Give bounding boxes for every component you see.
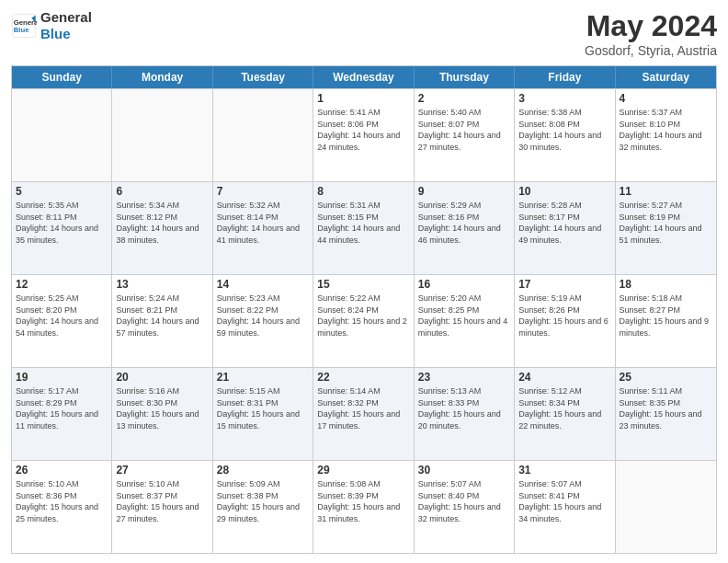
- calendar-cell: 14Sunrise: 5:23 AMSunset: 8:22 PMDayligh…: [213, 275, 313, 367]
- day-info: Sunrise: 5:27 AMSunset: 8:19 PMDaylight:…: [620, 200, 712, 246]
- calendar-cell: 16Sunrise: 5:20 AMSunset: 8:25 PMDayligh…: [415, 275, 515, 367]
- day-number: 6: [116, 185, 208, 198]
- calendar-cell: [12, 89, 112, 181]
- calendar-cell: 15Sunrise: 5:22 AMSunset: 8:24 PMDayligh…: [313, 275, 414, 367]
- calendar-cell: 27Sunrise: 5:10 AMSunset: 8:37 PMDayligh…: [112, 461, 212, 553]
- calendar-cell: 17Sunrise: 5:19 AMSunset: 8:26 PMDayligh…: [515, 275, 615, 367]
- logo-icon: General Blue: [11, 13, 37, 39]
- day-number: 2: [418, 92, 510, 105]
- day-info: Sunrise: 5:12 AMSunset: 8:34 PMDaylight:…: [518, 385, 610, 431]
- title-area: May 2024 Gosdorf, Styria, Austria: [585, 9, 717, 58]
- day-number: 15: [317, 278, 409, 291]
- calendar-cell: 5Sunrise: 5:35 AMSunset: 8:11 PMDaylight…: [12, 182, 112, 274]
- day-info: Sunrise: 5:40 AMSunset: 8:07 PMDaylight:…: [418, 107, 510, 153]
- calendar-row: 1Sunrise: 5:41 AMSunset: 8:06 PMDaylight…: [12, 88, 716, 181]
- calendar-cell: 9Sunrise: 5:29 AMSunset: 8:16 PMDaylight…: [415, 182, 515, 274]
- calendar-cell: 13Sunrise: 5:24 AMSunset: 8:21 PMDayligh…: [112, 275, 212, 367]
- day-info: Sunrise: 5:10 AMSunset: 8:37 PMDaylight:…: [116, 478, 208, 524]
- day-info: Sunrise: 5:14 AMSunset: 8:32 PMDaylight:…: [317, 385, 409, 431]
- day-number: 20: [116, 371, 208, 384]
- day-info: Sunrise: 5:31 AMSunset: 8:15 PMDaylight:…: [317, 200, 409, 246]
- calendar-cell: [112, 89, 212, 181]
- day-info: Sunrise: 5:13 AMSunset: 8:33 PMDaylight:…: [418, 385, 510, 431]
- day-number: 13: [116, 278, 208, 291]
- header-cell-sunday: Sunday: [12, 66, 112, 88]
- day-number: 9: [418, 185, 510, 198]
- logo-blue: Blue: [40, 26, 71, 41]
- day-info: Sunrise: 5:17 AMSunset: 8:29 PMDaylight:…: [16, 385, 108, 431]
- day-number: 26: [16, 464, 108, 477]
- day-number: 5: [16, 185, 108, 198]
- day-info: Sunrise: 5:41 AMSunset: 8:06 PMDaylight:…: [317, 107, 409, 153]
- calendar-cell: 7Sunrise: 5:32 AMSunset: 8:14 PMDaylight…: [213, 182, 313, 274]
- day-number: 4: [620, 92, 712, 105]
- calendar-body: 1Sunrise: 5:41 AMSunset: 8:06 PMDaylight…: [12, 88, 716, 553]
- calendar-cell: 23Sunrise: 5:13 AMSunset: 8:33 PMDayligh…: [415, 368, 515, 460]
- calendar-cell: 6Sunrise: 5:34 AMSunset: 8:12 PMDaylight…: [112, 182, 212, 274]
- calendar-row: 19Sunrise: 5:17 AMSunset: 8:29 PMDayligh…: [12, 367, 716, 460]
- day-number: 28: [217, 464, 309, 477]
- header-cell-wednesday: Wednesday: [313, 66, 414, 88]
- calendar-cell: 8Sunrise: 5:31 AMSunset: 8:15 PMDaylight…: [313, 182, 414, 274]
- calendar-cell: 30Sunrise: 5:07 AMSunset: 8:40 PMDayligh…: [415, 461, 515, 553]
- day-number: 8: [317, 185, 409, 198]
- day-info: Sunrise: 5:34 AMSunset: 8:12 PMDaylight:…: [116, 200, 208, 246]
- calendar-header: SundayMondayTuesdayWednesdayThursdayFrid…: [12, 66, 716, 88]
- day-number: 21: [217, 371, 309, 384]
- calendar-cell: 22Sunrise: 5:14 AMSunset: 8:32 PMDayligh…: [313, 368, 414, 460]
- day-info: Sunrise: 5:10 AMSunset: 8:36 PMDaylight:…: [16, 478, 108, 524]
- calendar-cell: 3Sunrise: 5:38 AMSunset: 8:08 PMDaylight…: [515, 89, 615, 181]
- day-number: 29: [317, 464, 409, 477]
- svg-text:Blue: Blue: [14, 26, 29, 34]
- calendar-cell: 29Sunrise: 5:08 AMSunset: 8:39 PMDayligh…: [313, 461, 414, 553]
- header-cell-tuesday: Tuesday: [213, 66, 313, 88]
- day-number: 30: [418, 464, 510, 477]
- calendar-cell: [616, 461, 716, 553]
- day-info: Sunrise: 5:23 AMSunset: 8:22 PMDaylight:…: [217, 293, 309, 339]
- logo-general: General: [40, 9, 92, 25]
- day-number: 10: [518, 185, 610, 198]
- calendar-cell: 2Sunrise: 5:40 AMSunset: 8:07 PMDaylight…: [415, 89, 515, 181]
- day-info: Sunrise: 5:11 AMSunset: 8:35 PMDaylight:…: [620, 385, 712, 431]
- day-info: Sunrise: 5:24 AMSunset: 8:21 PMDaylight:…: [116, 293, 208, 339]
- calendar-cell: 11Sunrise: 5:27 AMSunset: 8:19 PMDayligh…: [616, 182, 716, 274]
- day-number: 22: [317, 371, 409, 384]
- day-info: Sunrise: 5:37 AMSunset: 8:10 PMDaylight:…: [620, 107, 712, 153]
- calendar-cell: 25Sunrise: 5:11 AMSunset: 8:35 PMDayligh…: [616, 368, 716, 460]
- month-title: May 2024: [585, 9, 717, 43]
- logo: General Blue General Blue: [11, 9, 92, 42]
- day-number: 17: [518, 278, 610, 291]
- day-info: Sunrise: 5:07 AMSunset: 8:41 PMDaylight:…: [518, 478, 610, 524]
- location-subtitle: Gosdorf, Styria, Austria: [585, 43, 717, 58]
- day-number: 16: [418, 278, 510, 291]
- calendar-cell: 26Sunrise: 5:10 AMSunset: 8:36 PMDayligh…: [12, 461, 112, 553]
- day-info: Sunrise: 5:20 AMSunset: 8:25 PMDaylight:…: [418, 293, 510, 339]
- page-header: General Blue General Blue May 2024 Gosdo…: [11, 9, 717, 58]
- calendar-cell: 18Sunrise: 5:18 AMSunset: 8:27 PMDayligh…: [616, 275, 716, 367]
- header-cell-friday: Friday: [515, 66, 615, 88]
- calendar-cell: 10Sunrise: 5:28 AMSunset: 8:17 PMDayligh…: [515, 182, 615, 274]
- day-info: Sunrise: 5:16 AMSunset: 8:30 PMDaylight:…: [116, 385, 208, 431]
- day-info: Sunrise: 5:35 AMSunset: 8:11 PMDaylight:…: [16, 200, 108, 246]
- day-number: 18: [620, 278, 712, 291]
- header-cell-monday: Monday: [112, 66, 212, 88]
- day-info: Sunrise: 5:25 AMSunset: 8:20 PMDaylight:…: [16, 293, 108, 339]
- calendar-cell: 24Sunrise: 5:12 AMSunset: 8:34 PMDayligh…: [515, 368, 615, 460]
- day-number: 31: [518, 464, 610, 477]
- day-number: 1: [317, 92, 409, 105]
- header-cell-saturday: Saturday: [616, 66, 716, 88]
- day-info: Sunrise: 5:18 AMSunset: 8:27 PMDaylight:…: [620, 293, 712, 339]
- calendar: SundayMondayTuesdayWednesdayThursdayFrid…: [11, 65, 717, 554]
- day-number: 23: [418, 371, 510, 384]
- day-info: Sunrise: 5:15 AMSunset: 8:31 PMDaylight:…: [217, 385, 309, 431]
- day-info: Sunrise: 5:09 AMSunset: 8:38 PMDaylight:…: [217, 478, 309, 524]
- calendar-cell: 21Sunrise: 5:15 AMSunset: 8:31 PMDayligh…: [213, 368, 313, 460]
- day-number: 3: [518, 92, 610, 105]
- day-info: Sunrise: 5:08 AMSunset: 8:39 PMDaylight:…: [317, 478, 409, 524]
- page-container: General Blue General Blue May 2024 Gosdo…: [0, 0, 728, 563]
- day-info: Sunrise: 5:32 AMSunset: 8:14 PMDaylight:…: [217, 200, 309, 246]
- day-number: 12: [16, 278, 108, 291]
- calendar-cell: 28Sunrise: 5:09 AMSunset: 8:38 PMDayligh…: [213, 461, 313, 553]
- day-info: Sunrise: 5:28 AMSunset: 8:17 PMDaylight:…: [518, 200, 610, 246]
- calendar-cell: 1Sunrise: 5:41 AMSunset: 8:06 PMDaylight…: [313, 89, 414, 181]
